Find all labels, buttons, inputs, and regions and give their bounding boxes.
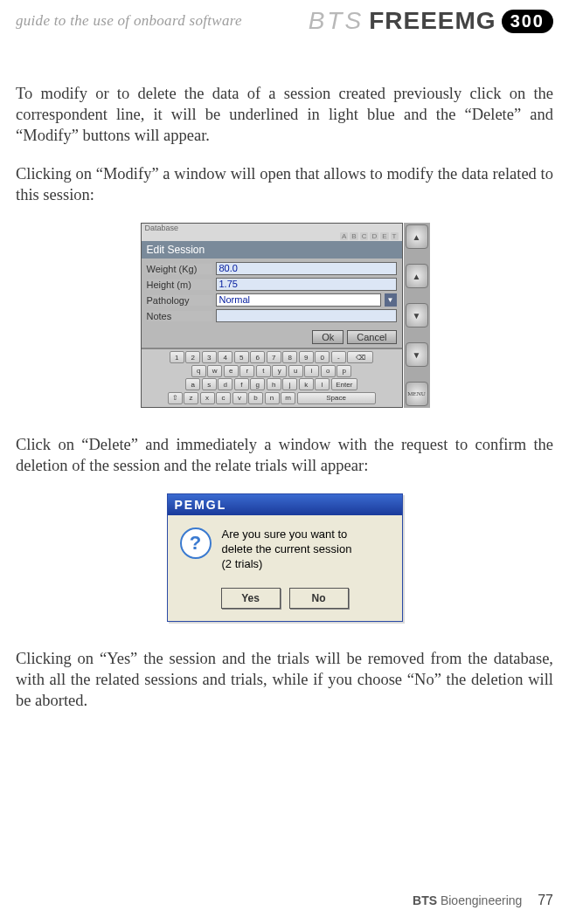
key[interactable]: 6	[250, 351, 265, 363]
notes-label: Notes	[147, 311, 212, 321]
key[interactable]: b	[248, 392, 263, 404]
weight-row: Weight (Kg) 80.0	[147, 262, 397, 275]
keyboard-row: a s d f g h j k l Enter	[143, 378, 400, 390]
body-paragraph: Clicking on “Yes” the session and the tr…	[16, 648, 553, 711]
key[interactable]: e	[224, 365, 239, 377]
key[interactable]: 8	[282, 351, 297, 363]
key[interactable]: 2	[185, 351, 200, 363]
page-number: 77	[538, 893, 553, 908]
tab-letter-row: ABCDET	[142, 232, 402, 241]
brand-300-badge: 300	[502, 10, 553, 33]
scroll-down-icon[interactable]: ▼	[406, 342, 428, 367]
key[interactable]: w	[207, 365, 222, 377]
weight-input[interactable]: 80.0	[216, 262, 397, 275]
footer-company-bold: BTS	[413, 893, 437, 907]
key[interactable]: s	[202, 378, 217, 390]
height-row: Height (m) 1.75	[147, 278, 397, 291]
question-icon: ?	[180, 528, 212, 559]
key[interactable]: o	[321, 365, 336, 377]
yes-button[interactable]: Yes	[221, 588, 281, 609]
pathology-label: Pathology	[147, 295, 212, 306]
key[interactable]: c	[216, 392, 231, 404]
keyboard-row: q w e r t y u i o p	[143, 365, 400, 377]
footer-company: Bioengineering	[437, 893, 522, 907]
key[interactable]: 7	[267, 351, 281, 363]
key[interactable]: j	[282, 378, 297, 390]
guide-subtitle: guide to the use of onboard software	[16, 12, 242, 30]
key[interactable]: x	[200, 392, 215, 404]
key[interactable]: t	[256, 365, 271, 377]
pemgl-message: Are you sure you want to delete the curr…	[222, 528, 352, 572]
backspace-key[interactable]: ⌫	[347, 351, 373, 363]
scroll-up-icon[interactable]: ▲	[406, 224, 428, 249]
key[interactable]: f	[234, 378, 249, 390]
key[interactable]: i	[304, 365, 319, 377]
key[interactable]: l	[315, 378, 330, 390]
key[interactable]: y	[272, 365, 287, 377]
side-controls: ▲ ▲ ▼ ▼ MENU	[404, 223, 430, 408]
key[interactable]: a	[185, 378, 200, 390]
key[interactable]: v	[232, 392, 247, 404]
confirm-dialog-screenshot: PEMGL ? Are you sure you want to delete …	[16, 493, 553, 622]
edit-session-screenshot: Database ABCDET Edit Session Weight (Kg)…	[16, 223, 553, 408]
edit-session-title: Edit Session	[142, 241, 402, 259]
key[interactable]: h	[267, 378, 281, 390]
chevron-down-icon[interactable]: ▼	[385, 293, 397, 307]
height-input[interactable]: 1.75	[216, 278, 397, 291]
cancel-button[interactable]: Cancel	[347, 330, 396, 344]
key[interactable]: 0	[315, 351, 330, 363]
menu-button[interactable]: MENU	[406, 382, 428, 406]
body-paragraph: Click on “Delete” and immediately a wind…	[16, 434, 553, 476]
key[interactable]: q	[191, 365, 206, 377]
pemgl-dialog: PEMGL ? Are you sure you want to delete …	[167, 493, 403, 622]
brand-freeemg: FREEEMG	[369, 7, 496, 35]
key[interactable]: z	[184, 392, 198, 404]
body-paragraph: To modify or to delete the data of a ses…	[16, 83, 553, 146]
key[interactable]: g	[250, 378, 265, 390]
key[interactable]: u	[288, 365, 303, 377]
page-footer: BTS Bioengineering 77	[413, 893, 553, 908]
space-key[interactable]: Space	[297, 392, 376, 404]
pemgl-title: PEMGL	[168, 494, 402, 515]
pathology-select[interactable]: Normal	[216, 293, 381, 307]
edit-session-window: Database ABCDET Edit Session Weight (Kg)…	[141, 223, 403, 408]
key[interactable]: p	[337, 365, 351, 377]
key[interactable]: r	[239, 365, 254, 377]
scroll-up-icon[interactable]: ▲	[406, 264, 428, 288]
key[interactable]: 3	[202, 351, 217, 363]
no-button[interactable]: No	[289, 588, 349, 609]
page-header: guide to the use of onboard software BTS…	[16, 7, 553, 35]
shift-key[interactable]: ⇧	[168, 392, 183, 404]
notes-input[interactable]	[216, 309, 397, 322]
key[interactable]: n	[265, 392, 280, 404]
enter-key[interactable]: Enter	[331, 378, 357, 390]
onscreen-keyboard[interactable]: 1 2 3 4 5 6 7 8 9 0 - ⌫ q w e r	[142, 348, 402, 407]
brand-bts: BTS	[309, 7, 364, 35]
keyboard-row: 1 2 3 4 5 6 7 8 9 0 - ⌫	[143, 351, 400, 363]
notes-row: Notes	[147, 309, 397, 322]
key[interactable]: 4	[218, 351, 232, 363]
database-label: Database	[142, 224, 402, 232]
height-label: Height (m)	[147, 279, 212, 290]
key[interactable]: 1	[170, 351, 184, 363]
key[interactable]: m	[281, 392, 295, 404]
pathology-row: Pathology Normal ▼	[147, 293, 397, 307]
key[interactable]: k	[299, 378, 314, 390]
key[interactable]: -	[331, 351, 346, 363]
keyboard-row: ⇧ z x c v b n m Space	[143, 392, 400, 404]
scroll-down-icon[interactable]: ▼	[406, 303, 428, 328]
product-brand: BTS FREEEMG 300	[309, 7, 553, 35]
weight-label: Weight (Kg)	[147, 264, 212, 274]
key[interactable]: 9	[299, 351, 314, 363]
ok-button[interactable]: Ok	[312, 330, 343, 344]
key[interactable]: 5	[234, 351, 249, 363]
body-paragraph: Clicking on “Modify” a window will open …	[16, 163, 553, 205]
key[interactable]: d	[218, 378, 232, 390]
